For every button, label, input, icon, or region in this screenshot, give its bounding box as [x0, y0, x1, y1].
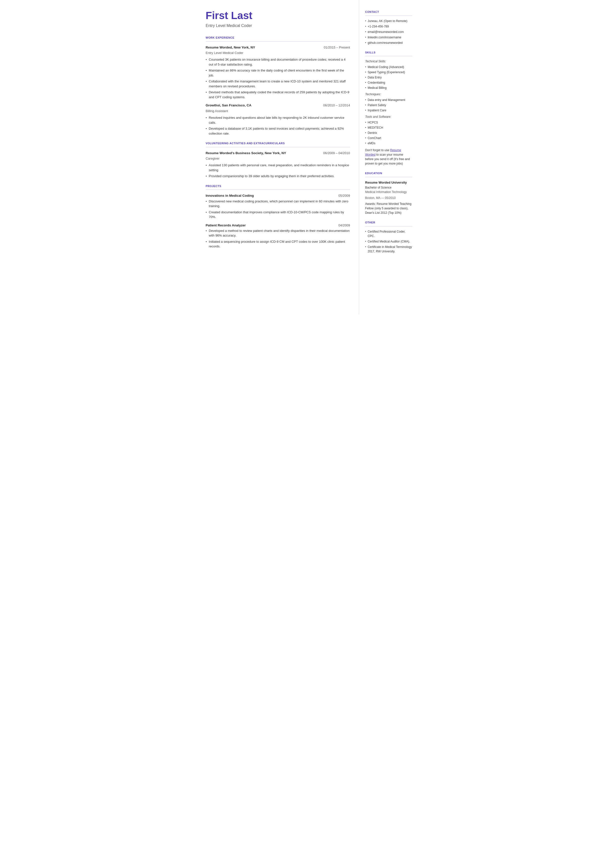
- project-1-title: Innovations in Medical Coding: [206, 193, 254, 198]
- skills-section: SKILLS Technical Skills: Medical Coding …: [365, 50, 412, 166]
- list-item: Created documentation that improves comp…: [206, 210, 350, 219]
- other-item: Certificate in Medical Terminology 2017,…: [365, 245, 412, 254]
- tools-label: Tools and Software:: [365, 115, 412, 119]
- list-item: Collaborated with the management team to…: [206, 79, 350, 89]
- vol-1-bullets: Assisted 130 patients with personal care…: [206, 163, 350, 179]
- contact-heading: CONTACT: [365, 10, 412, 14]
- vol-1-company: Resume Worded's Business Society, New Yo…: [206, 151, 286, 156]
- list-item: Developed a database of 3.1K patients to…: [206, 126, 350, 136]
- edu-awards: Awards: Resume Worded Teaching Fellow (o…: [365, 202, 412, 215]
- other-item: Certified Medical Auditor (CMA).: [365, 239, 412, 244]
- projects-divider: [206, 189, 350, 190]
- work-experience-heading: WORK EXPERIENCE: [206, 36, 350, 40]
- vol-1-date: 06/2009 – 04/2010: [323, 151, 350, 156]
- skills-divider: [365, 56, 412, 56]
- vol-1-role: Caregiver: [206, 156, 350, 161]
- education-section: EDUCATION Resume Worded University Bache…: [365, 171, 412, 215]
- job-1-header: Resume Worded, New York, NY 01/2015 – Pr…: [206, 45, 350, 50]
- edu-location-date: Boston, MA — 05/2010: [365, 196, 412, 200]
- job-2-bullets: Resolved inquiries and questions about l…: [206, 115, 350, 136]
- contact-divider: [365, 16, 412, 16]
- edu-degree: Bachelor of Science: [365, 185, 412, 190]
- list-item: Devised methods that adequately coded th…: [206, 90, 350, 99]
- project-2-date: 04/2009: [338, 223, 350, 228]
- contact-section: CONTACT Juneau, AK (Open to Remote) +1-2…: [365, 10, 412, 45]
- skill-item: eMDs: [365, 141, 412, 146]
- list-item: Resolved inquiries and questions about l…: [206, 115, 350, 125]
- contact-location: Juneau, AK (Open to Remote): [365, 19, 412, 23]
- skill-item: Inpatient Care: [365, 108, 412, 113]
- contact-linkedin: linkedin.com/in/username: [365, 35, 412, 40]
- list-item: Counseled 3K patients on insurance billi…: [206, 57, 350, 67]
- candidate-name: First Last: [206, 10, 350, 21]
- technical-skills-label: Technical Skills:: [365, 59, 412, 64]
- projects-heading: PROJECTS: [206, 184, 350, 188]
- edu-field: Medical Information Technology: [365, 190, 412, 194]
- vol-1-header: Resume Worded's Business Society, New Yo…: [206, 151, 350, 156]
- other-item: Certified Professional Coder, CPC.: [365, 229, 412, 238]
- left-column: First Last Entry Level Medical Coder WOR…: [196, 0, 359, 314]
- contact-email: email@resumeworded.com: [365, 30, 412, 34]
- list-item: Initiated a sequencing procedure to assi…: [206, 239, 350, 249]
- skills-heading: SKILLS: [365, 50, 412, 55]
- skill-item: Credentialing: [365, 81, 412, 85]
- resume-page: First Last Entry Level Medical Coder WOR…: [196, 0, 419, 314]
- contact-github: github.com/resumeworded: [365, 40, 412, 45]
- skill-item: Data entry and Management: [365, 98, 412, 102]
- job-2-date: 06/2010 – 12/2014: [323, 103, 350, 108]
- candidate-title: Entry Level Medical Coder: [206, 23, 350, 29]
- project-2-title: Patient Records Analyzer: [206, 223, 246, 228]
- list-item: Developed a method to review patient cha…: [206, 228, 350, 238]
- project-2-header: Patient Records Analyzer 04/2009: [206, 223, 350, 228]
- job-1-role: Entry Level Medical Coder: [206, 50, 350, 56]
- skill-item: MEDITECH: [365, 126, 412, 130]
- skill-item: HCPCS: [365, 120, 412, 125]
- other-divider: [365, 226, 412, 227]
- project-1-date: 05/2009: [338, 193, 350, 198]
- promo-prefix: Don't forget to use: [365, 149, 390, 152]
- work-experience-divider: [206, 41, 350, 42]
- list-item: Discovered new medical coding practices,…: [206, 199, 350, 209]
- edu-school: Resume Worded University: [365, 180, 412, 185]
- job-1-bullets: Counseled 3K patients on insurance billi…: [206, 57, 350, 99]
- job-2-role: Billing Assistant: [206, 109, 350, 113]
- job-1-date: 01/2015 – Present: [324, 45, 350, 50]
- list-item: Assisted 130 patients with personal care…: [206, 163, 350, 172]
- project-1-bullets: Discovered new medical coding practices,…: [206, 199, 350, 219]
- list-item: Maintained an 86% accuracy rate in the d…: [206, 68, 350, 78]
- other-section: OTHER Certified Professional Coder, CPC.…: [365, 220, 412, 254]
- skill-item: Medical Billing: [365, 85, 412, 90]
- skill-item: Patient Safety: [365, 103, 412, 107]
- skill-item: Data Entry: [365, 75, 412, 80]
- skill-item: Speed Typing (Experienced): [365, 70, 412, 75]
- volunteering-heading: VOLUNTEERING ACTIVITIES AND EXTRACURRICU…: [206, 141, 350, 146]
- skill-item: ComChart: [365, 136, 412, 140]
- job-2-header: Growthsi, San Francisco, CA 06/2010 – 12…: [206, 103, 350, 108]
- education-heading: EDUCATION: [365, 171, 412, 175]
- skill-item: Dentrix: [365, 130, 412, 135]
- contact-phone: +1-234-456-789: [365, 24, 412, 29]
- techniques-label: Techniques:: [365, 92, 412, 96]
- skill-item: Medical Coding (Advanced): [365, 65, 412, 69]
- project-2-bullets: Developed a method to review patient cha…: [206, 228, 350, 249]
- project-1-header: Innovations in Medical Coding 05/2009: [206, 193, 350, 198]
- other-heading: OTHER: [365, 220, 412, 225]
- job-2-company: Growthsi, San Francisco, CA: [206, 103, 251, 108]
- promo-block: Don't forget to use Resume Worded to sca…: [365, 148, 412, 166]
- job-1-company: Resume Worded, New York, NY: [206, 45, 255, 50]
- list-item: Provided companionship to 39 older adult…: [206, 174, 350, 179]
- right-column: CONTACT Juneau, AK (Open to Remote) +1-2…: [359, 0, 419, 314]
